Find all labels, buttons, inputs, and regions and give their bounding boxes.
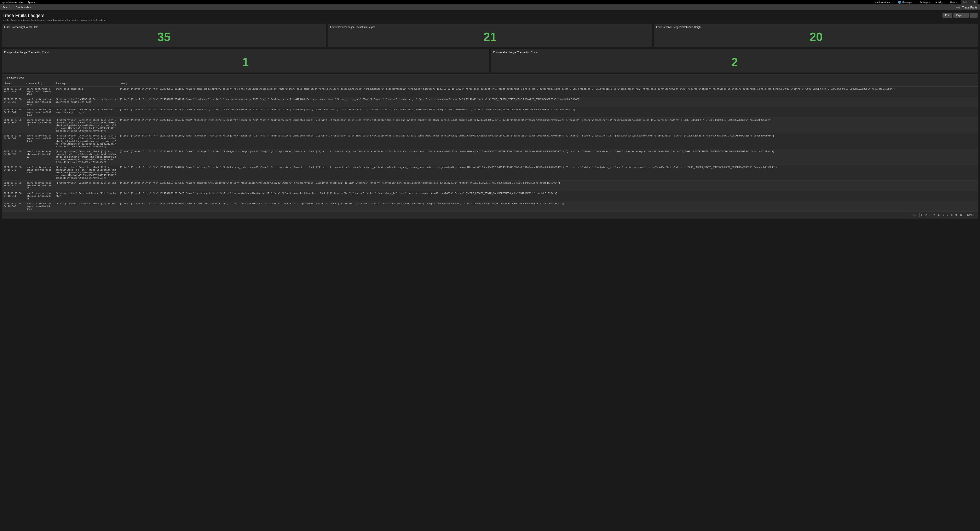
pagination-prev[interactable]: « Prev — [907, 213, 918, 217]
pagination-page[interactable]: 5 — [937, 213, 941, 217]
splunk-logo[interactable]: splunk>enterprise — [2, 1, 24, 4]
app-name[interactable]: Trace Fruits — [962, 6, 977, 9]
pagination-page[interactable]: 2 — [924, 213, 928, 217]
cell-msg: [fruitsprovider] Committed block [21] wi… — [54, 165, 118, 180]
col-time-header[interactable]: _time▲▼ — [2, 81, 25, 86]
table-row[interactable]: 2021-06-27 08:34:18.361peer0.buttercup.e… — [2, 133, 978, 149]
cell-time: 2021-06-27 08:34:18.353 — [2, 149, 25, 165]
table-row[interactable]: 2021-06-27 08:34:18.367peer0.popstar.exa… — [2, 118, 978, 133]
warning-icon: ▲ — [874, 1, 876, 3]
pagination-page[interactable]: 1 — [919, 213, 924, 217]
app-nav: Search Dashboards ▼ APP Trace Fruits — [0, 5, 980, 10]
cell-raw: {"line":{"level":"info","ts":1624782858.… — [118, 201, 978, 211]
dashboard-header: Trace Fruits Ledgers Insight of a demo f… — [0, 10, 980, 24]
cell-time: 2021-06-27 08:34:18.314 — [2, 180, 25, 191]
find-box[interactable]: 🔍 — [961, 0, 978, 4]
cell-time: 2021-06-27 08:34:18.361 — [2, 133, 25, 149]
col-line-msg-header[interactable]: line.msg▲▼ — [54, 81, 118, 86]
settings-menu[interactable]: Settings ▼ — [918, 0, 932, 4]
panel-events-stats: Fruits Traceability Events Stats 35 — [2, 24, 326, 47]
cell-cid: peer0.popstar.example.com-1959707fe1c9 — [25, 118, 54, 133]
cell-raw: {"line":{"level":"info","ts":1624782861.… — [118, 97, 978, 107]
app-icon: APP — [956, 6, 960, 10]
col-container-id-header[interactable]: container_id▲▼ — [25, 81, 54, 86]
panel-title: Fruits Traceability Events Stats — [4, 26, 324, 29]
cell-msg: unary call completed — [54, 86, 118, 97]
caret-down-icon: ▼ — [30, 7, 31, 9]
table-row[interactable]: 2021-06-27 08:34:18.314peer1.popstar.exa… — [2, 180, 978, 191]
panel-title: FruitsProvider Ledger Blockchain Height — [330, 26, 650, 29]
help-label: Help — [950, 1, 955, 3]
settings-label: Settings — [920, 1, 928, 3]
cell-cid: peer1.buttercup.example.com-03b4d64c0beb — [25, 165, 54, 180]
cell-raw: {"line":{"level":"info","ts":1624782858.… — [118, 165, 978, 180]
table-row[interactable]: 2021-06-27 08:34:21.350peer0.buttercup.e… — [2, 97, 978, 107]
search-icon[interactable]: 🔍 — [974, 1, 977, 3]
nav-dashboards-label: Dashboards — [16, 6, 29, 9]
stat-value: 2 — [493, 54, 976, 71]
header-left: splunk>enterprise Apps ▼ — [2, 0, 37, 4]
cell-cid: peer1.popstar.example.com-d8f1cea24310 — [25, 149, 54, 165]
panel-provider-tx-count: Fruitsprovider Ledger Transaction Count … — [2, 49, 489, 73]
cell-cid: peer0.buttercup.example.com-fcfe860140a1 — [25, 97, 54, 107]
cell-time: 2021-06-27 08:34:21.347 — [2, 107, 25, 118]
pagination-page[interactable]: 8 — [950, 213, 954, 217]
table-row[interactable]: 2021-06-27 08:34:18.348peer1.buttercup.e… — [2, 165, 978, 180]
cell-raw: {"line":{"level":"info","ts":1624782858.… — [118, 133, 978, 149]
pagination-page[interactable]: 7 — [945, 213, 950, 217]
help-menu[interactable]: Help ▼ — [949, 0, 958, 4]
caret-down-icon: ▼ — [956, 1, 957, 3]
nav-search[interactable]: Search — [3, 6, 10, 9]
cell-msg: [fruitsprovider][dd47b5f8] Exit chaincod… — [54, 97, 118, 107]
page-subtitle: Insight of a demo fruits supply chain ev… — [3, 19, 105, 21]
global-header: splunk>enterprise Apps ▼ ▲ Administrator… — [0, 0, 980, 5]
table-row[interactable]: 2021-06-27 08:34:21.351peer0.buttercup.e… — [2, 86, 978, 97]
panel-title: Fruitsreceiver Ledger Transaction Count — [493, 51, 976, 54]
pagination-page[interactable]: 6 — [941, 213, 945, 217]
panel-receiver-tx-count: Fruitsreceiver Ledger Transaction Count … — [491, 49, 978, 73]
caret-down-icon: ▼ — [891, 1, 893, 3]
admin-label: Administrator — [877, 1, 891, 3]
cell-msg: [fruitsprovider] Committed block [21] wi… — [54, 133, 118, 149]
caret-down-icon: ▼ — [943, 1, 945, 3]
col-raw-header[interactable]: _raw▲▼ — [118, 81, 978, 86]
stat-row-1: Fruits Traceability Events Stats 35 Frui… — [0, 24, 980, 49]
pagination-next[interactable]: Next » — [966, 213, 976, 217]
sort-icon: ▲▼ — [40, 82, 42, 85]
messages-label: Messages — [902, 1, 912, 3]
pagination-page[interactable]: 3 — [928, 213, 932, 217]
table-row[interactable]: 2021-06-27 08:34:18.353peer1.popstar.exa… — [2, 149, 978, 165]
activity-menu[interactable]: Activity ▼ — [934, 0, 947, 4]
administrator-menu[interactable]: ▲ Administrator ▼ — [873, 0, 894, 4]
stat-value: 1 — [4, 54, 487, 71]
pagination-page[interactable]: 9 — [954, 213, 958, 217]
messages-count-badge: 3 — [898, 1, 901, 4]
sort-icon: ▲▼ — [10, 82, 12, 85]
cell-time: 2021-06-27 08:34:18.306 — [2, 201, 25, 211]
export-button[interactable]: Export ▼ — [953, 13, 969, 18]
panel-title: FruitsReceiver Ledger Blockchain Height — [656, 26, 976, 29]
pagination-page[interactable]: 10 — [958, 213, 964, 217]
table-row[interactable]: 2021-06-27 08:34:18.306peer1.buttercup.e… — [2, 201, 978, 211]
panel-receiver-height: FruitsReceiver Ledger Blockchain Height … — [654, 24, 978, 47]
nav-dashboards[interactable]: Dashboards ▼ — [16, 6, 31, 9]
table-row[interactable]: 2021-06-27 08:34:18.311peer1.popstar.exa… — [2, 191, 978, 201]
apps-label: Apps — [28, 1, 33, 3]
messages-menu[interactable]: 3 Messages ▼ — [897, 0, 916, 4]
table-row[interactable]: 2021-06-27 08:34:21.347peer0.buttercup.e… — [2, 107, 978, 118]
col-label: _raw — [120, 82, 125, 85]
cell-raw: {"line":{"level":"info","ts":1624782861.… — [118, 107, 978, 118]
pagination-page[interactable]: 4 — [932, 213, 937, 217]
find-input[interactable] — [963, 1, 973, 3]
transactions-logs-panel: Transactions Logs _time▲▼ container_id▲▼… — [2, 74, 978, 218]
edit-button[interactable]: Edit — [942, 13, 952, 18]
pagination: « Prev 12345678910 Next » — [2, 211, 978, 218]
col-label: line.msg — [56, 82, 65, 85]
cell-cid: peer1.popstar.example.com-d8f1cea24310 — [25, 180, 54, 191]
apps-menu[interactable]: Apps ▼ — [27, 0, 37, 4]
caret-down-icon: ▼ — [929, 1, 931, 3]
caret-down-icon: ▼ — [33, 2, 35, 3]
cell-raw: {"line":{"level":"info","ts":1624782858.… — [118, 149, 978, 165]
cell-msg: [fruitsprovider] Committed block [21] wi… — [54, 118, 118, 133]
more-button[interactable]: ... — [970, 13, 977, 18]
